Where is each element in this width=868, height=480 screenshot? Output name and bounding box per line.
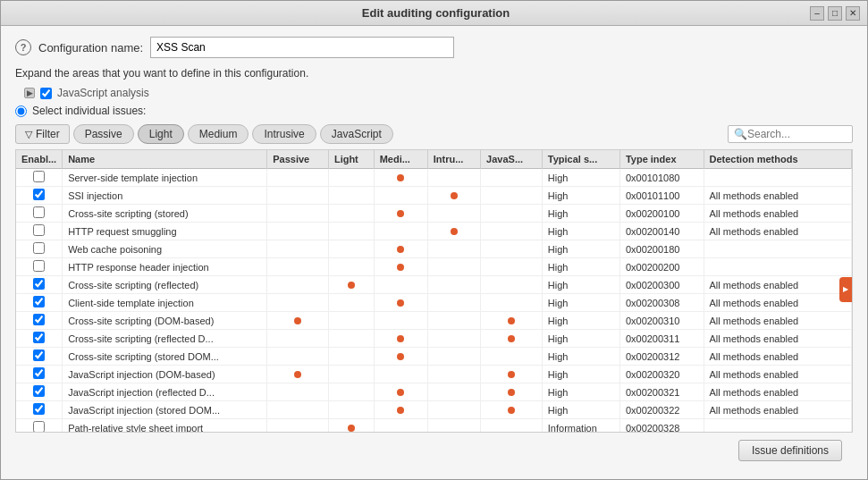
minimize-button[interactable]: – [810, 6, 824, 21]
row-light [328, 366, 374, 383]
row-javascript [481, 383, 543, 401]
row-passive [267, 205, 329, 223]
row-checkbox[interactable] [33, 349, 45, 361]
maximize-button[interactable]: □ [828, 6, 842, 21]
row-checkbox[interactable] [33, 403, 45, 415]
row-intrusive [427, 294, 480, 312]
side-expand-tab[interactable] [839, 277, 852, 302]
row-type-index: 0x00101080 [619, 169, 704, 187]
row-detection-methods: All methods enabled [704, 187, 852, 205]
row-detection-methods [704, 419, 852, 433]
row-medium [374, 294, 427, 312]
content-area: ? Configuration name: Expand the areas t… [1, 26, 867, 479]
col-name: Name [63, 150, 267, 169]
row-javascript [481, 330, 543, 348]
row-type-index: 0x00200300 [619, 276, 704, 294]
filter-tag-intrusive[interactable]: Intrusive [252, 124, 316, 144]
row-name: JavaScript injection (reflected D... [63, 383, 267, 401]
row-detection-methods: All methods enabled [704, 348, 852, 366]
row-checkbox[interactable] [33, 385, 45, 397]
table-row: Server-side template injectionHigh0x0010… [16, 169, 852, 187]
row-passive [267, 330, 329, 348]
filter-tag-passive[interactable]: Passive [73, 124, 134, 144]
row-typical-severity: High [542, 383, 619, 401]
row-checkbox[interactable] [33, 296, 45, 307]
row-checkbox-cell[interactable] [16, 169, 63, 187]
row-javascript [481, 276, 543, 294]
row-light [328, 401, 374, 419]
row-checkbox[interactable] [33, 278, 45, 290]
row-checkbox-cell[interactable] [16, 187, 63, 205]
table-row: Cross-site scripting (stored)High0x00200… [16, 205, 852, 223]
row-typical-severity: High [542, 276, 619, 294]
row-checkbox[interactable] [33, 206, 45, 218]
row-detection-methods: All methods enabled [704, 401, 852, 419]
row-checkbox[interactable] [33, 314, 45, 325]
col-light: Light [328, 150, 374, 169]
row-checkbox[interactable] [33, 242, 45, 254]
row-javascript [481, 205, 543, 223]
row-medium [374, 258, 427, 276]
row-checkbox-cell[interactable] [16, 294, 63, 312]
expand-arrow-icon[interactable]: ▶ [24, 88, 35, 98]
row-checkbox-cell[interactable] [16, 383, 63, 401]
window-controls: – □ ✕ [810, 6, 860, 21]
row-name: Cross-site scripting (reflected D... [63, 330, 267, 348]
row-checkbox-cell[interactable] [16, 205, 63, 223]
search-box[interactable]: 🔍 [728, 125, 853, 143]
js-analysis-checkbox[interactable] [40, 88, 52, 99]
row-medium [374, 169, 427, 187]
row-checkbox[interactable] [33, 367, 45, 379]
row-checkbox-cell[interactable] [16, 276, 63, 294]
medium-dot-icon [397, 335, 404, 342]
row-intrusive [427, 330, 480, 348]
row-checkbox-cell[interactable] [16, 312, 63, 330]
row-typical-severity: High [542, 348, 619, 366]
row-checkbox-cell[interactable] [16, 419, 63, 433]
row-checkbox-cell[interactable] [16, 330, 63, 348]
row-passive [267, 276, 329, 294]
issues-table-container: Enabl... Name Passive Light Medi... Intr… [15, 149, 853, 433]
radio-label: Select individual issues: [32, 105, 146, 117]
row-medium [374, 187, 427, 205]
js-analysis-row: ▶ JavaScript analysis [15, 87, 853, 99]
row-checkbox-cell[interactable] [16, 401, 63, 419]
row-javascript [481, 223, 543, 240]
row-typical-severity: High [542, 187, 619, 205]
row-light [328, 240, 374, 258]
filter-button[interactable]: ▽ Filter [15, 124, 70, 144]
table-scroll[interactable]: Enabl... Name Passive Light Medi... Intr… [16, 150, 852, 432]
select-individual-radio[interactable] [15, 105, 27, 117]
light-dot-icon [348, 425, 355, 432]
row-checkbox-cell[interactable] [16, 258, 63, 276]
row-checkbox[interactable] [33, 421, 45, 432]
row-checkbox-cell[interactable] [16, 348, 63, 366]
row-checkbox-cell[interactable] [16, 240, 63, 258]
search-input[interactable] [747, 128, 867, 140]
filter-tag-light[interactable]: Light [138, 124, 184, 144]
issues-table: Enabl... Name Passive Light Medi... Intr… [16, 150, 852, 432]
row-checkbox[interactable] [33, 224, 45, 236]
row-checkbox[interactable] [33, 189, 45, 200]
medium-dot-icon [397, 407, 404, 414]
filter-tag-javascript[interactable]: JavaScript [320, 124, 393, 144]
row-checkbox-cell[interactable] [16, 366, 63, 383]
window-title: Edit auditing configuration [62, 6, 810, 20]
table-row: JavaScript injection (stored DOM...High0… [16, 401, 852, 419]
row-checkbox[interactable] [33, 332, 45, 343]
row-medium [374, 330, 427, 348]
row-medium [374, 276, 427, 294]
filter-tag-medium[interactable]: Medium [188, 124, 249, 144]
col-javascript: JavaS... [481, 150, 543, 169]
row-intrusive [427, 187, 480, 205]
close-button[interactable]: ✕ [846, 6, 860, 21]
row-detection-methods: All methods enabled [704, 383, 852, 401]
row-type-index: 0x00200308 [619, 294, 704, 312]
issue-definitions-button[interactable]: Issue definitions [738, 440, 842, 461]
row-checkbox[interactable] [33, 260, 45, 272]
config-name-input[interactable] [150, 37, 454, 58]
row-light [328, 223, 374, 240]
row-checkbox[interactable] [33, 171, 45, 182]
row-checkbox-cell[interactable] [16, 223, 63, 240]
help-icon[interactable]: ? [15, 39, 31, 55]
